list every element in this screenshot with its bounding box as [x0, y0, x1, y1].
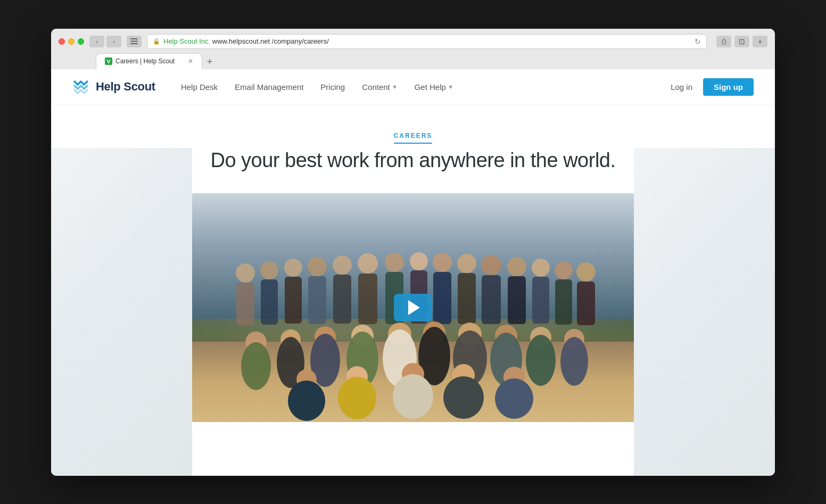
svg-point-54 [288, 381, 325, 421]
svg-rect-14 [358, 274, 377, 324]
nav-content[interactable]: Content ▼ [362, 82, 397, 92]
add-tab-button[interactable]: + [753, 36, 767, 47]
nav-buttons: ‹ › [89, 36, 121, 47]
svg-point-13 [358, 253, 378, 274]
sidebar-button[interactable] [127, 36, 142, 47]
svg-point-34 [241, 342, 271, 390]
svg-rect-32 [577, 282, 595, 325]
logo-icon [72, 77, 92, 96]
bg-right [634, 148, 775, 476]
hero-section: CAREERS Do your best work from anywhere … [51, 105, 775, 476]
svg-point-60 [443, 376, 484, 419]
nav-get-help[interactable]: Get Help ▼ [415, 82, 453, 92]
svg-point-31 [576, 262, 596, 282]
tab-title: Careers | Help Scout [115, 57, 175, 65]
website-content: Help Scout Help Desk Email Management Pr… [51, 69, 775, 476]
url-text: Help Scout Inc. www.helpscout.net /compa… [163, 37, 329, 45]
minimize-window-button[interactable] [68, 38, 75, 45]
logo-link[interactable]: Help Scout [72, 77, 155, 96]
lock-icon: 🔒 [153, 38, 160, 45]
video-container[interactable] [192, 193, 634, 422]
nav-email-management[interactable]: Email Management [235, 82, 303, 92]
address-bar[interactable]: 🔒 Help Scout Inc. www.helpscout.net /com… [147, 34, 707, 49]
svg-rect-8 [285, 277, 302, 324]
tab-close-button[interactable]: ✕ [188, 57, 193, 65]
svg-rect-12 [333, 275, 351, 324]
svg-point-23 [481, 255, 501, 275]
active-tab[interactable]: Careers | Help Scout ✕ [96, 53, 202, 69]
browser-window: ‹ › 🔒 Help Scout Inc. www.helpscout.net … [51, 29, 775, 476]
browser-top-bar: ‹ › 🔒 Help Scout Inc. www.helpscout.net … [59, 34, 767, 49]
svg-point-11 [333, 255, 352, 275]
traffic-lights [59, 38, 84, 45]
careers-label: CAREERS [394, 132, 433, 144]
svg-rect-22 [458, 273, 476, 324]
content-dropdown-icon: ▼ [392, 84, 398, 90]
svg-point-58 [393, 374, 433, 419]
svg-point-56 [338, 377, 376, 419]
svg-rect-2 [130, 43, 138, 44]
new-tab-icon-button[interactable]: + [202, 56, 217, 68]
login-button[interactable]: Log in [671, 82, 692, 92]
share-button[interactable]: ⎙ [716, 36, 731, 47]
svg-rect-10 [308, 276, 326, 324]
svg-point-50 [526, 335, 556, 386]
browser-chrome: ‹ › 🔒 Help Scout Inc. www.helpscout.net … [51, 29, 775, 69]
tab-favicon [105, 57, 112, 65]
svg-rect-30 [555, 279, 572, 325]
svg-rect-6 [261, 279, 278, 325]
nav-help-desk[interactable]: Help Desk [181, 82, 218, 92]
svg-point-15 [385, 253, 404, 272]
svg-point-3 [236, 263, 255, 283]
nav-right: Log in Sign up [671, 78, 754, 96]
svg-point-27 [532, 259, 550, 277]
svg-point-19 [433, 253, 452, 272]
svg-rect-4 [236, 283, 254, 325]
play-icon [408, 300, 420, 315]
back-button[interactable]: ‹ [89, 36, 104, 47]
browser-actions: ⎙ ⊡ + [716, 36, 767, 47]
svg-rect-28 [532, 277, 549, 324]
signup-button[interactable]: Sign up [703, 78, 754, 96]
new-tab-button[interactable]: ⊡ [734, 36, 749, 47]
svg-rect-24 [482, 275, 501, 324]
svg-rect-26 [508, 276, 526, 324]
hero-headline: Do your best work from anywhere in the w… [210, 149, 615, 172]
svg-point-17 [410, 252, 428, 270]
svg-point-9 [308, 257, 327, 276]
url-domain: www.helpscout.net [212, 37, 270, 45]
logo-text: Help Scout [96, 80, 155, 94]
close-window-button[interactable] [59, 38, 65, 45]
url-secure-label: Help Scout Inc. [163, 37, 210, 45]
svg-point-7 [284, 259, 302, 277]
forward-button[interactable]: › [106, 36, 121, 47]
site-nav: Help Scout Help Desk Email Management Pr… [51, 69, 775, 105]
svg-rect-20 [433, 272, 451, 324]
team-photo [192, 193, 634, 422]
play-button[interactable] [394, 294, 432, 321]
svg-point-52 [560, 337, 588, 386]
svg-point-21 [457, 254, 476, 273]
tab-bar: Careers | Help Scout ✕ + [59, 53, 767, 69]
url-path: /company/careers/ [272, 37, 329, 45]
refresh-button[interactable]: ↻ [695, 37, 701, 46]
svg-point-62 [495, 378, 533, 419]
maximize-window-button[interactable] [78, 38, 84, 45]
bg-left [51, 148, 192, 476]
svg-point-29 [555, 261, 573, 279]
play-button-overlay[interactable] [394, 294, 432, 321]
nav-links: Help Desk Email Management Pricing Conte… [181, 82, 671, 92]
get-help-dropdown-icon: ▼ [448, 84, 453, 90]
svg-point-25 [507, 257, 526, 276]
svg-rect-1 [130, 41, 138, 42]
hero-content: CAREERS Do your best work from anywhere … [192, 132, 634, 422]
svg-point-5 [260, 261, 278, 279]
nav-pricing[interactable]: Pricing [320, 82, 345, 92]
svg-rect-0 [130, 38, 138, 39]
